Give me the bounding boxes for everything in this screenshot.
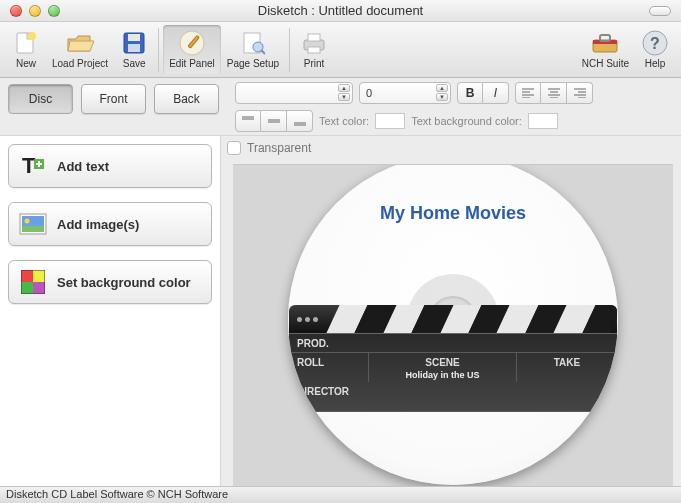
add-image-button[interactable]: Add image(s) <box>8 202 212 246</box>
separator <box>289 28 290 72</box>
nch-suite-button[interactable]: NCH Suite <box>576 25 635 75</box>
clapper-roll-label: ROLL <box>289 353 369 382</box>
valign-bottom-button[interactable] <box>287 110 313 132</box>
toolbar-pill-button[interactable] <box>649 6 671 16</box>
text-icon: T <box>19 152 47 180</box>
svg-rect-13 <box>308 47 320 53</box>
bold-button[interactable]: B <box>457 82 483 104</box>
svg-point-2 <box>28 32 36 40</box>
format-bar: ▲▼ 0 ▲▼ B I Text color: <box>227 78 681 135</box>
stepper-down-icon[interactable]: ▼ <box>436 93 448 101</box>
add-text-label: Add text <box>57 159 109 174</box>
valign-middle-button[interactable] <box>261 110 287 132</box>
load-label: Load Project <box>52 58 108 69</box>
print-icon <box>300 30 328 56</box>
edit-panel: T Add text Add image(s) Set background c… <box>0 136 221 486</box>
help-button[interactable]: ? Help <box>635 25 675 75</box>
help-label: Help <box>645 58 666 69</box>
tab-back[interactable]: Back <box>154 84 219 114</box>
text-color-swatch[interactable] <box>375 113 405 129</box>
edit-panel-label: Edit Panel <box>169 58 215 69</box>
text-bg-color-label: Text background color: <box>411 115 522 127</box>
save-button[interactable]: Save <box>114 25 154 75</box>
canvas-area: Transparent My Home Movies PROD. ROLL <box>221 136 681 486</box>
minimize-window-button[interactable] <box>29 5 41 17</box>
align-left-button[interactable] <box>515 82 541 104</box>
new-button[interactable]: New <box>6 25 46 75</box>
clapper-take-label: TAKE <box>517 353 617 382</box>
transparent-label: Transparent <box>247 141 311 155</box>
save-icon <box>120 30 148 56</box>
clapper-director-label: DIRECTOR <box>289 382 617 411</box>
svg-rect-48 <box>33 282 45 294</box>
clapper-scene-label: SCENE <box>369 357 516 368</box>
font-size-value: 0 <box>366 87 372 99</box>
zoom-window-button[interactable] <box>48 5 60 17</box>
set-bg-color-button[interactable]: Set background color <box>8 260 212 304</box>
window-title: Disketch : Untitled document <box>0 3 681 18</box>
separator <box>158 28 159 72</box>
align-center-button[interactable] <box>541 82 567 104</box>
main-toolbar: New Load Project Save Edit Panel Page Se… <box>0 22 681 78</box>
svg-rect-5 <box>128 44 140 52</box>
view-tabs: Disc Front Back <box>0 78 227 135</box>
canvas-viewport[interactable]: My Home Movies PROD. ROLL SCENE Holid <box>233 164 673 486</box>
svg-rect-45 <box>21 270 33 282</box>
svg-rect-46 <box>33 270 45 282</box>
svg-line-10 <box>261 50 265 54</box>
help-icon: ? <box>641 30 669 56</box>
page-setup-label: Page Setup <box>227 58 279 69</box>
svg-rect-4 <box>128 34 140 41</box>
edit-panel-button[interactable]: Edit Panel <box>163 25 221 75</box>
text-bg-color-swatch[interactable] <box>528 113 558 129</box>
toolbox-icon <box>591 30 619 56</box>
close-window-button[interactable] <box>10 5 22 17</box>
tab-front[interactable]: Front <box>81 84 146 114</box>
clapper-stripes <box>289 305 617 333</box>
page-setup-button[interactable]: Page Setup <box>221 25 285 75</box>
disc-title-text[interactable]: My Home Movies <box>288 203 618 224</box>
svg-rect-43 <box>22 226 44 232</box>
print-button[interactable]: Print <box>294 25 334 75</box>
italic-button[interactable]: I <box>483 82 509 104</box>
svg-point-44 <box>25 219 30 224</box>
clapperboard-image[interactable]: PROD. ROLL SCENE Holiday in the US TAKE … <box>289 305 617 412</box>
bg-color-label: Set background color <box>57 275 191 290</box>
secondary-toolbar: Disc Front Back ▲▼ 0 ▲▼ B I <box>0 78 681 136</box>
valign-top-button[interactable] <box>235 110 261 132</box>
stepper-down-icon[interactable]: ▼ <box>338 93 350 101</box>
transparent-checkbox[interactable] <box>227 141 241 155</box>
color-grid-icon <box>19 268 47 296</box>
svg-rect-12 <box>308 34 320 41</box>
status-text: Disketch CD Label Software © NCH Softwar… <box>6 488 228 500</box>
folder-open-icon <box>66 30 94 56</box>
status-bar: Disketch CD Label Software © NCH Softwar… <box>0 486 681 503</box>
edit-panel-icon <box>178 30 206 56</box>
disc-preview[interactable]: My Home Movies PROD. ROLL SCENE Holid <box>288 164 618 485</box>
load-project-button[interactable]: Load Project <box>46 25 114 75</box>
svg-text:T: T <box>22 153 36 178</box>
clapper-scene-value: Holiday in the US <box>369 370 516 380</box>
tab-disc[interactable]: Disc <box>8 84 73 114</box>
svg-text:?: ? <box>650 35 660 52</box>
new-icon <box>12 30 40 56</box>
titlebar: Disketch : Untitled document <box>0 0 681 22</box>
stepper-up-icon[interactable]: ▲ <box>338 84 350 92</box>
save-label: Save <box>123 58 146 69</box>
print-label: Print <box>304 58 325 69</box>
svg-rect-16 <box>600 35 610 41</box>
text-color-label: Text color: <box>319 115 369 127</box>
add-image-label: Add image(s) <box>57 217 139 232</box>
workspace: T Add text Add image(s) Set background c… <box>0 136 681 486</box>
image-icon <box>19 210 47 238</box>
font-size-input[interactable]: 0 ▲▼ <box>359 82 451 104</box>
add-text-button[interactable]: T Add text <box>8 144 212 188</box>
suite-label: NCH Suite <box>582 58 629 69</box>
new-label: New <box>16 58 36 69</box>
clapper-prod-label: PROD. <box>289 334 617 352</box>
page-setup-icon <box>239 30 267 56</box>
stepper-up-icon[interactable]: ▲ <box>436 84 448 92</box>
align-right-button[interactable] <box>567 82 593 104</box>
svg-rect-47 <box>21 282 33 294</box>
font-family-combo[interactable]: ▲▼ <box>235 82 353 104</box>
